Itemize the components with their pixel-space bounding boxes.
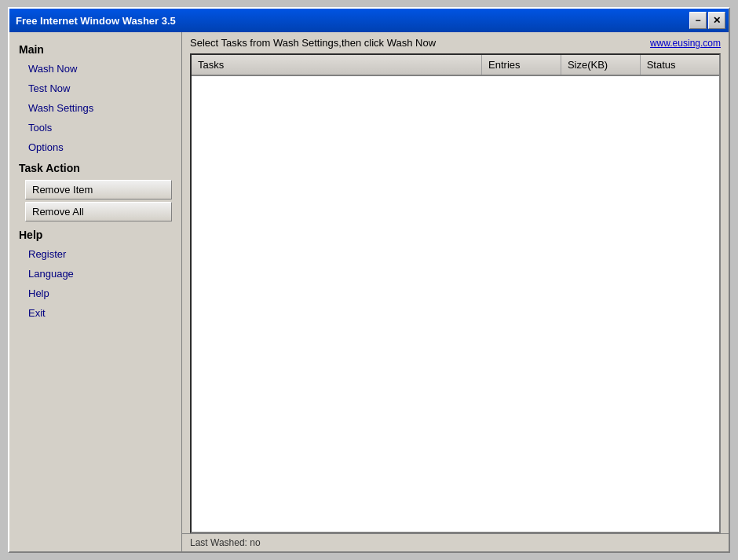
sidebar-section-task-action: Task Action: [13, 157, 178, 178]
title-bar: Free Internet Window Washer 3.5 − ✕: [9, 9, 729, 32]
remove-item-button[interactable]: Remove Item: [25, 180, 172, 199]
sidebar-item-help[interactable]: Help: [13, 284, 178, 303]
col-header-status: Status: [640, 55, 719, 75]
sidebar-item-language[interactable]: Language: [13, 264, 178, 284]
status-bar: Last Washed: no: [182, 533, 729, 551]
tasks-table: Tasks Entries Size(KB) Status: [192, 55, 719, 76]
main-header: Select Tasks from Wash Settings,then cli…: [182, 32, 729, 53]
tasks-table-container: Tasks Entries Size(KB) Status: [190, 53, 721, 533]
sidebar-item-tools[interactable]: Tools: [13, 118, 178, 137]
sidebar-section-main: Main: [13, 38, 178, 59]
sidebar-item-register[interactable]: Register: [13, 244, 178, 264]
sidebar-section-help: Help: [13, 224, 178, 244]
title-bar-buttons: − ✕: [689, 12, 725, 29]
main-panel: Select Tasks from Wash Settings,then cli…: [182, 32, 729, 551]
sidebar-item-exit[interactable]: Exit: [13, 303, 178, 323]
window-title: Free Internet Window Washer 3.5: [16, 15, 176, 27]
content-area: Main Wash Now Test Now Wash Settings Too…: [9, 32, 729, 551]
col-header-size: Size(KB): [561, 55, 640, 75]
remove-all-button[interactable]: Remove All: [25, 202, 172, 221]
sidebar-item-wash-now[interactable]: Wash Now: [13, 59, 178, 79]
sidebar-item-wash-settings[interactable]: Wash Settings: [13, 98, 178, 118]
last-washed-text: Last Washed: no: [190, 537, 261, 548]
table-header-row: Tasks Entries Size(KB) Status: [192, 55, 719, 75]
close-button[interactable]: ✕: [708, 12, 725, 29]
col-header-entries: Entries: [482, 55, 561, 75]
col-header-tasks: Tasks: [192, 55, 482, 75]
sidebar: Main Wash Now Test Now Wash Settings Too…: [9, 32, 182, 551]
main-window: Free Internet Window Washer 3.5 − ✕ Main…: [8, 7, 730, 553]
sidebar-item-test-now[interactable]: Test Now: [13, 79, 178, 98]
website-link[interactable]: www.eusing.com: [650, 38, 721, 49]
sidebar-item-options[interactable]: Options: [13, 137, 178, 157]
minimize-button[interactable]: −: [689, 12, 707, 29]
instruction-text: Select Tasks from Wash Settings,then cli…: [190, 37, 436, 49]
